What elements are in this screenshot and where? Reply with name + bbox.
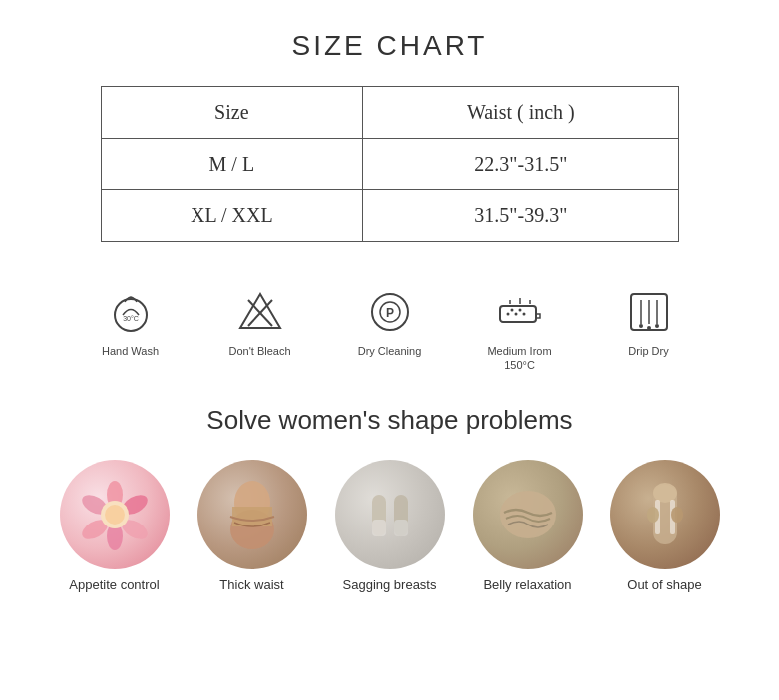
svg-point-11 <box>522 313 525 316</box>
problems-section: Appetite control Thick waist <box>55 460 725 592</box>
problem-thick-waist: Thick waist <box>193 460 312 592</box>
hand-wash-label: Hand Wash <box>102 344 159 358</box>
drip-dry-icon <box>623 286 675 338</box>
page-title: SIZE CHART <box>292 30 488 62</box>
svg-point-23 <box>655 324 659 328</box>
problem-sagging-breasts: Sagging breasts <box>330 460 450 592</box>
problem-circle-appetite <box>60 460 170 569</box>
dry-clean-icon: P <box>364 286 416 338</box>
waist-xlxxl: 31.5"-39.3" <box>363 190 678 242</box>
svg-rect-38 <box>394 520 408 536</box>
svg-text:30°C: 30°C <box>123 315 139 322</box>
svg-point-22 <box>647 326 651 330</box>
problem-belly-relaxation: Belly relaxation <box>468 460 587 592</box>
no-bleach-label: Don't Bleach <box>228 344 290 358</box>
problem-label-belly-relaxation: Belly relaxation <box>483 577 571 592</box>
svg-point-31 <box>105 505 125 525</box>
svg-point-12 <box>510 309 513 312</box>
problem-circle-breasts <box>335 460 445 569</box>
col-header-waist: Waist ( inch ) <box>363 87 678 139</box>
svg-text:P: P <box>385 306 393 320</box>
svg-point-45 <box>671 507 683 523</box>
svg-point-13 <box>518 309 521 312</box>
svg-rect-8 <box>500 306 536 322</box>
col-header-size: Size <box>101 87 363 139</box>
no-bleach-icon <box>234 286 286 338</box>
problem-label-thick-waist: Thick waist <box>219 577 283 592</box>
svg-marker-2 <box>240 294 280 328</box>
care-drip-dry: Drip Dry <box>604 286 694 358</box>
svg-point-41 <box>653 483 677 503</box>
size-ml: M / L <box>101 139 363 190</box>
waist-ml: 22.3"-31.5" <box>363 139 678 190</box>
table-row: XL / XXL 31.5"-39.3" <box>101 190 678 242</box>
dry-clean-label: Dry Cleaning <box>358 344 422 358</box>
svg-point-9 <box>506 313 509 316</box>
problem-out-of-shape: Out of shape <box>605 460 725 592</box>
solve-title: Solve women's shape problems <box>206 405 572 436</box>
drip-dry-label: Drip Dry <box>628 344 668 358</box>
problem-circle-shape <box>610 460 720 569</box>
svg-point-21 <box>639 324 643 328</box>
problem-circle-belly <box>473 460 583 569</box>
hand-wash-icon: 30°C <box>105 286 157 338</box>
care-hand-wash: 30°C Hand Wash <box>86 286 176 358</box>
care-instructions: 30°C Hand Wash Don't Bleach P Dry Cleani… <box>86 286 694 373</box>
problem-label-sagging-breasts: Sagging breasts <box>343 577 437 592</box>
care-dry-clean: P Dry Cleaning <box>345 286 435 358</box>
care-iron: Medium Irom 150°C <box>475 286 565 373</box>
problem-label-appetite: Appetite control <box>69 577 159 592</box>
iron-icon <box>494 286 546 338</box>
problem-label-out-of-shape: Out of shape <box>627 577 701 592</box>
care-no-bleach: Don't Bleach <box>215 286 305 358</box>
size-chart-table: Size Waist ( inch ) M / L 22.3"-31.5" XL… <box>101 86 679 242</box>
svg-rect-37 <box>372 520 386 536</box>
table-row: M / L 22.3"-31.5" <box>101 139 678 190</box>
svg-point-44 <box>647 507 659 523</box>
table-header-row: Size Waist ( inch ) <box>101 87 678 139</box>
svg-point-10 <box>514 313 517 316</box>
iron-label: Medium Irom 150°C <box>475 344 565 373</box>
problem-circle-waist <box>197 460 307 569</box>
problem-appetite: Appetite control <box>55 460 175 592</box>
size-xlxxl: XL / XXL <box>101 190 363 242</box>
